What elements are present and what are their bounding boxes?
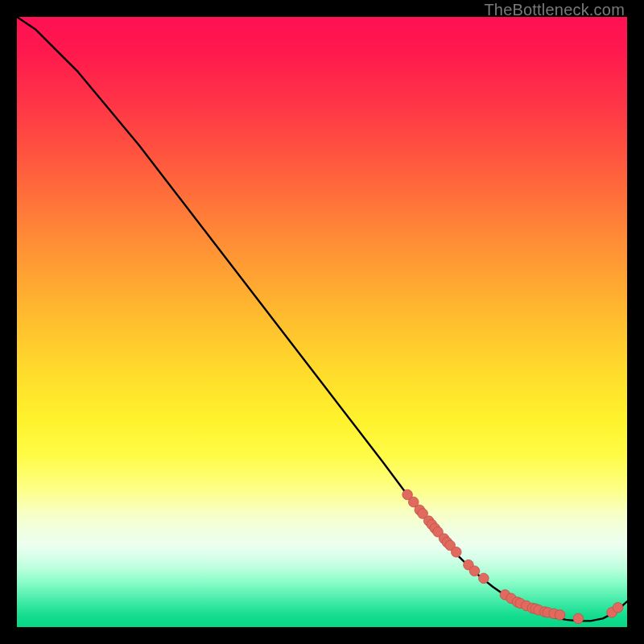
marker-dot [555, 610, 565, 621]
marker-dot [469, 566, 480, 576]
sample-markers-group [402, 489, 623, 623]
chart-svg [17, 17, 627, 627]
bottleneck-curve-line [17, 17, 627, 621]
chart-frame [17, 17, 627, 627]
marker-dot [479, 573, 489, 584]
marker-dot [613, 602, 623, 613]
marker-dot [451, 547, 461, 557]
marker-dot [573, 613, 584, 624]
